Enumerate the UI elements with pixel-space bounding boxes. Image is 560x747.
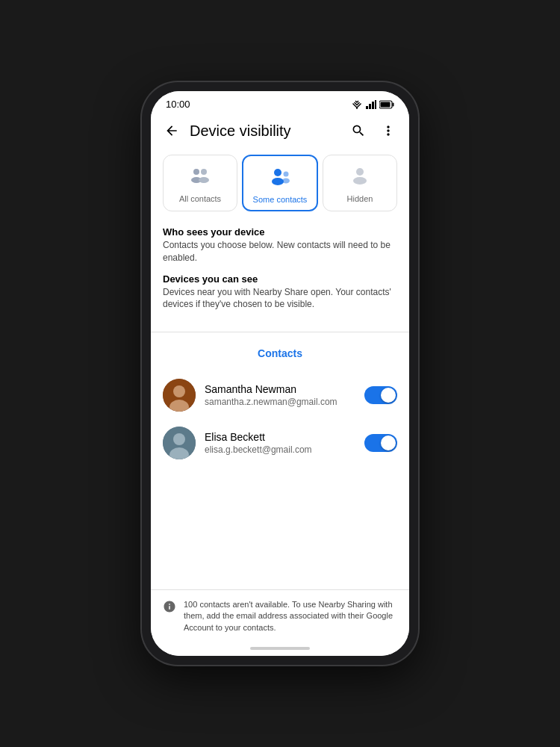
phone-screen: 10:00 xyxy=(151,91,409,656)
devices-text: Devices near you with Nearby Share open.… xyxy=(163,286,397,311)
svg-rect-6 xyxy=(372,102,374,109)
svg-point-20 xyxy=(353,177,367,185)
contact-email-elisa: elisa.g.beckett@gmail.com xyxy=(205,444,355,455)
svg-point-14 xyxy=(199,177,209,183)
hidden-icon xyxy=(348,163,372,191)
home-indicator xyxy=(151,642,409,656)
section-divider xyxy=(151,332,409,332)
all-contacts-icon xyxy=(188,163,212,191)
nav-actions xyxy=(346,119,400,143)
some-contacts-icon xyxy=(268,164,292,192)
toggle-samantha[interactable] xyxy=(364,386,397,404)
svg-point-17 xyxy=(284,172,289,177)
home-bar xyxy=(250,647,310,650)
avatar-elisa xyxy=(163,427,196,459)
tab-hidden-label: Hidden xyxy=(347,194,373,203)
battery-icon xyxy=(379,100,394,109)
svg-point-19 xyxy=(356,168,364,176)
who-sees-block: Who sees your device Contacts you choose… xyxy=(163,226,397,264)
tab-some-contacts-label: Some contacts xyxy=(253,195,308,204)
svg-point-16 xyxy=(272,178,284,185)
wifi-icon xyxy=(351,100,363,109)
svg-point-25 xyxy=(173,433,185,445)
notice-text: 100 contacts aren't available. To use Ne… xyxy=(184,599,397,633)
svg-marker-2 xyxy=(355,100,359,103)
contacts-header: Contacts xyxy=(151,335,409,371)
contact-info-elisa: Elisa Beckett elisa.g.beckett@gmail.com xyxy=(205,431,355,455)
contact-email-samantha: samantha.z.newman@gmail.com xyxy=(205,397,355,407)
info-section: Who sees your device Contacts you choose… xyxy=(151,217,409,329)
status-icons xyxy=(351,100,394,109)
svg-rect-5 xyxy=(369,104,371,109)
toggle-elisa[interactable] xyxy=(364,434,397,452)
avatar-samantha xyxy=(163,379,196,412)
contact-name-samantha: Samantha Newman xyxy=(205,383,355,395)
who-sees-title: Who sees your device xyxy=(163,226,397,238)
svg-point-18 xyxy=(282,179,290,184)
svg-rect-7 xyxy=(375,100,376,109)
tab-some-contacts[interactable]: Some contacts xyxy=(242,155,318,211)
phone-frame: 10:00 xyxy=(142,82,418,665)
contact-name-elisa: Elisa Beckett xyxy=(205,431,355,443)
svg-rect-4 xyxy=(366,106,368,109)
devices-block: Devices you can see Devices near you wit… xyxy=(163,273,397,311)
signal-icon xyxy=(366,100,376,109)
toggle-knob-samantha xyxy=(381,388,396,403)
contact-item-samantha: Samantha Newman samantha.z.newman@gmail.… xyxy=(151,371,409,419)
back-button[interactable] xyxy=(160,119,184,143)
svg-point-3 xyxy=(356,108,358,109)
visibility-tabs: All contacts Some contacts xyxy=(163,155,397,211)
svg-rect-9 xyxy=(393,102,394,106)
toggle-knob-elisa xyxy=(381,436,396,450)
more-options-button[interactable] xyxy=(376,119,400,143)
who-sees-text: Contacts you choose below. New contacts … xyxy=(163,239,397,264)
svg-rect-10 xyxy=(381,102,391,107)
page-title: Device visibility xyxy=(190,123,346,140)
svg-point-22 xyxy=(173,385,185,397)
status-bar: 10:00 xyxy=(151,91,409,113)
top-nav: Device visibility xyxy=(151,113,409,149)
devices-title: Devices you can see xyxy=(163,273,397,285)
search-button[interactable] xyxy=(346,119,370,143)
contacts-section: Contacts Samantha Newman samantha.z.newm… xyxy=(151,335,409,589)
contact-item-elisa: Elisa Beckett elisa.g.beckett@gmail.com xyxy=(151,419,409,467)
bottom-notice: 100 contacts aren't available. To use Ne… xyxy=(151,589,409,642)
svg-point-15 xyxy=(274,169,281,176)
svg-point-11 xyxy=(193,169,199,175)
tab-all-contacts[interactable]: All contacts xyxy=(163,155,237,211)
tab-all-contacts-label: All contacts xyxy=(179,194,221,203)
svg-point-12 xyxy=(201,169,207,175)
tab-hidden[interactable]: Hidden xyxy=(323,155,397,211)
contact-info-samantha: Samantha Newman samantha.z.newman@gmail.… xyxy=(205,383,355,407)
info-icon xyxy=(163,600,176,616)
status-time: 10:00 xyxy=(166,99,190,110)
